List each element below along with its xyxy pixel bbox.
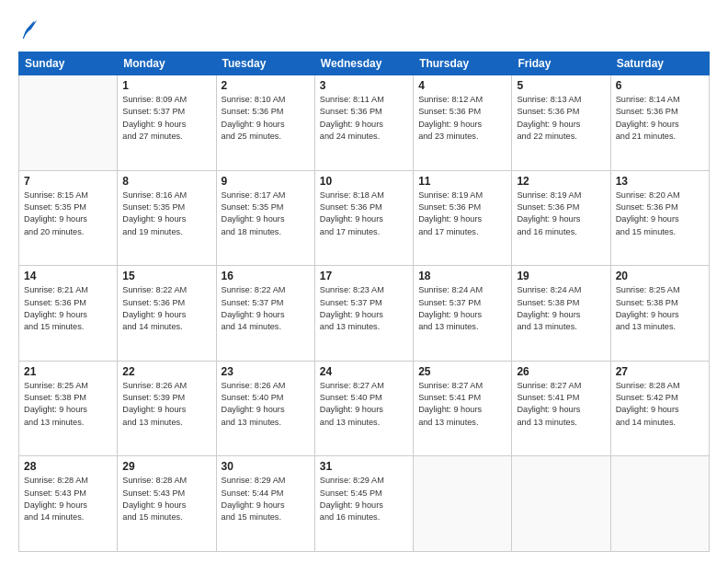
day-info: Sunrise: 8:24 AM Sunset: 5:37 PM Dayligh… (418, 284, 506, 333)
day-info: Sunrise: 8:27 AM Sunset: 5:40 PM Dayligh… (320, 380, 408, 429)
day-info: Sunrise: 8:29 AM Sunset: 5:44 PM Dayligh… (222, 475, 310, 523)
calendar-cell: 8Sunrise: 8:16 AM Sunset: 5:35 PM Daylig… (118, 170, 216, 266)
day-info: Sunrise: 8:22 AM Sunset: 5:36 PM Dayligh… (122, 284, 210, 333)
day-info: Sunrise: 8:28 AM Sunset: 5:42 PM Dayligh… (616, 380, 704, 429)
day-info: Sunrise: 8:27 AM Sunset: 5:41 PM Dayligh… (418, 380, 506, 429)
calendar-cell: 13Sunrise: 8:20 AM Sunset: 5:36 PM Dayli… (610, 170, 709, 266)
weekday-header-wednesday: Wednesday (314, 52, 413, 75)
day-number: 31 (320, 460, 408, 473)
day-number: 23 (222, 365, 310, 378)
calendar-week-row: 7Sunrise: 8:15 AM Sunset: 5:35 PM Daylig… (19, 170, 710, 266)
weekday-header-sunday: Sunday (19, 52, 118, 75)
calendar-cell: 10Sunrise: 8:18 AM Sunset: 5:36 PM Dayli… (314, 170, 413, 266)
weekday-header-saturday: Saturday (610, 52, 709, 75)
day-number: 22 (122, 365, 210, 378)
day-info: Sunrise: 8:17 AM Sunset: 5:35 PM Dayligh… (222, 190, 310, 238)
calendar-week-row: 14Sunrise: 8:21 AM Sunset: 5:36 PM Dayli… (19, 266, 710, 362)
weekday-row: SundayMondayTuesdayWednesdayThursdayFrid… (19, 52, 710, 75)
calendar-cell: 21Sunrise: 8:25 AM Sunset: 5:38 PM Dayli… (19, 361, 118, 456)
day-info: Sunrise: 8:20 AM Sunset: 5:36 PM Dayligh… (616, 190, 704, 238)
day-number: 24 (320, 365, 408, 378)
calendar-cell: 20Sunrise: 8:25 AM Sunset: 5:38 PM Dayli… (610, 266, 709, 362)
page: SundayMondayTuesdayWednesdayThursdayFrid… (0, 0, 728, 563)
logo (18, 17, 42, 42)
day-info: Sunrise: 8:22 AM Sunset: 5:37 PM Dayligh… (222, 284, 310, 333)
calendar-cell: 30Sunrise: 8:29 AM Sunset: 5:44 PM Dayli… (216, 456, 314, 552)
calendar-cell: 19Sunrise: 8:24 AM Sunset: 5:38 PM Dayli… (512, 266, 610, 362)
calendar-cell (512, 456, 610, 552)
day-info: Sunrise: 8:26 AM Sunset: 5:40 PM Dayligh… (222, 380, 310, 429)
day-info: Sunrise: 8:26 AM Sunset: 5:39 PM Dayligh… (122, 380, 210, 429)
day-info: Sunrise: 8:16 AM Sunset: 5:35 PM Dayligh… (122, 190, 210, 238)
calendar-cell: 31Sunrise: 8:29 AM Sunset: 5:45 PM Dayli… (314, 456, 413, 552)
day-info: Sunrise: 8:28 AM Sunset: 5:43 PM Dayligh… (122, 475, 210, 523)
calendar-cell: 3Sunrise: 8:11 AM Sunset: 5:36 PM Daylig… (314, 75, 413, 171)
calendar-cell: 26Sunrise: 8:27 AM Sunset: 5:41 PM Dayli… (512, 361, 610, 456)
weekday-header-monday: Monday (118, 52, 216, 75)
day-info: Sunrise: 8:23 AM Sunset: 5:37 PM Dayligh… (320, 284, 408, 333)
day-number: 21 (24, 365, 112, 378)
day-number: 27 (616, 365, 704, 378)
day-info: Sunrise: 8:13 AM Sunset: 5:36 PM Dayligh… (517, 94, 605, 143)
calendar-header: SundayMondayTuesdayWednesdayThursdayFrid… (19, 52, 710, 75)
calendar-cell: 4Sunrise: 8:12 AM Sunset: 5:36 PM Daylig… (414, 75, 512, 171)
day-number: 9 (222, 175, 310, 188)
day-number: 6 (616, 79, 704, 92)
day-number: 26 (517, 365, 605, 378)
day-number: 15 (122, 270, 210, 282)
calendar-week-row: 21Sunrise: 8:25 AM Sunset: 5:38 PM Dayli… (19, 361, 710, 456)
day-number: 1 (122, 79, 210, 92)
calendar-cell: 1Sunrise: 8:09 AM Sunset: 5:37 PM Daylig… (118, 75, 216, 171)
weekday-header-tuesday: Tuesday (216, 52, 314, 75)
day-info: Sunrise: 8:18 AM Sunset: 5:36 PM Dayligh… (320, 190, 408, 238)
calendar-cell: 18Sunrise: 8:24 AM Sunset: 5:37 PM Dayli… (414, 266, 512, 362)
calendar-cell: 6Sunrise: 8:14 AM Sunset: 5:36 PM Daylig… (610, 75, 709, 171)
day-number: 7 (24, 175, 112, 188)
day-info: Sunrise: 8:12 AM Sunset: 5:36 PM Dayligh… (418, 94, 506, 143)
calendar-cell: 14Sunrise: 8:21 AM Sunset: 5:36 PM Dayli… (19, 266, 118, 362)
day-info: Sunrise: 8:19 AM Sunset: 5:36 PM Dayligh… (517, 190, 605, 238)
day-number: 13 (616, 175, 704, 188)
day-number: 3 (320, 79, 408, 92)
day-info: Sunrise: 8:10 AM Sunset: 5:36 PM Dayligh… (222, 94, 310, 143)
calendar-cell: 16Sunrise: 8:22 AM Sunset: 5:37 PM Dayli… (216, 266, 314, 362)
day-info: Sunrise: 8:24 AM Sunset: 5:38 PM Dayligh… (517, 284, 605, 333)
weekday-header-friday: Friday (512, 52, 610, 75)
day-info: Sunrise: 8:14 AM Sunset: 5:36 PM Dayligh… (616, 94, 704, 143)
calendar-cell: 24Sunrise: 8:27 AM Sunset: 5:40 PM Dayli… (314, 361, 413, 456)
calendar-cell: 22Sunrise: 8:26 AM Sunset: 5:39 PM Dayli… (118, 361, 216, 456)
day-number: 17 (320, 270, 408, 282)
day-number: 20 (616, 270, 704, 282)
day-number: 2 (222, 79, 310, 92)
day-number: 18 (418, 270, 506, 282)
calendar-cell: 11Sunrise: 8:19 AM Sunset: 5:36 PM Dayli… (414, 170, 512, 266)
day-info: Sunrise: 8:15 AM Sunset: 5:35 PM Dayligh… (24, 190, 112, 238)
day-info: Sunrise: 8:21 AM Sunset: 5:36 PM Dayligh… (24, 284, 112, 333)
calendar-cell: 23Sunrise: 8:26 AM Sunset: 5:40 PM Dayli… (216, 361, 314, 456)
calendar-cell: 15Sunrise: 8:22 AM Sunset: 5:36 PM Dayli… (118, 266, 216, 362)
day-info: Sunrise: 8:25 AM Sunset: 5:38 PM Dayligh… (24, 380, 112, 429)
day-info: Sunrise: 8:09 AM Sunset: 5:37 PM Dayligh… (122, 94, 210, 143)
day-number: 28 (24, 460, 112, 473)
calendar-cell: 27Sunrise: 8:28 AM Sunset: 5:42 PM Dayli… (610, 361, 709, 456)
day-number: 14 (24, 270, 112, 282)
day-number: 29 (122, 460, 210, 473)
calendar-cell: 9Sunrise: 8:17 AM Sunset: 5:35 PM Daylig… (216, 170, 314, 266)
calendar-week-row: 1Sunrise: 8:09 AM Sunset: 5:37 PM Daylig… (19, 75, 710, 171)
calendar-cell: 28Sunrise: 8:28 AM Sunset: 5:43 PM Dayli… (19, 456, 118, 552)
calendar-body: 1Sunrise: 8:09 AM Sunset: 5:37 PM Daylig… (19, 75, 710, 552)
day-number: 10 (320, 175, 408, 188)
day-info: Sunrise: 8:28 AM Sunset: 5:43 PM Dayligh… (24, 475, 112, 523)
day-info: Sunrise: 8:27 AM Sunset: 5:41 PM Dayligh… (517, 380, 605, 429)
day-info: Sunrise: 8:19 AM Sunset: 5:36 PM Dayligh… (418, 190, 506, 238)
day-number: 30 (222, 460, 310, 473)
calendar-cell: 2Sunrise: 8:10 AM Sunset: 5:36 PM Daylig… (216, 75, 314, 171)
calendar-cell: 12Sunrise: 8:19 AM Sunset: 5:36 PM Dayli… (512, 170, 610, 266)
header (18, 17, 710, 42)
logo-bird-icon (20, 17, 39, 42)
calendar-table: SundayMondayTuesdayWednesdayThursdayFrid… (18, 52, 710, 552)
day-number: 19 (517, 270, 605, 282)
weekday-header-thursday: Thursday (414, 52, 512, 75)
calendar-cell: 5Sunrise: 8:13 AM Sunset: 5:36 PM Daylig… (512, 75, 610, 171)
day-number: 12 (517, 175, 605, 188)
